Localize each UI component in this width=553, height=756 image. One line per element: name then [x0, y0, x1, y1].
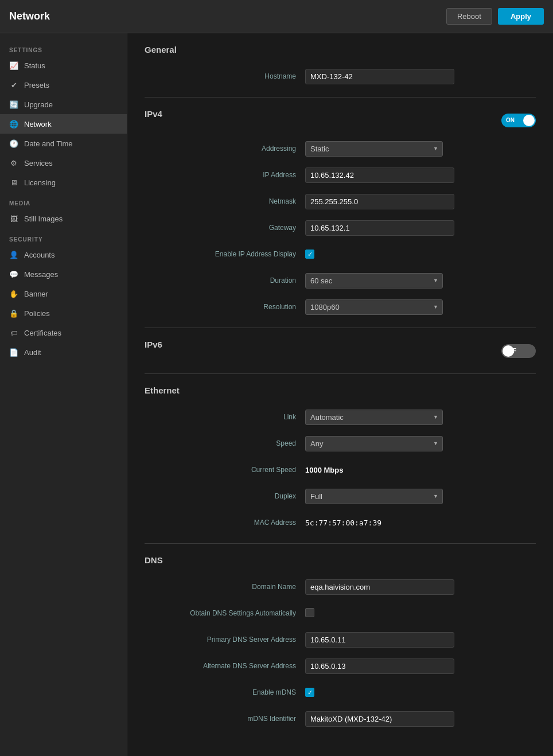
divider-ipv4 — [145, 97, 536, 98]
duration-label: Duration — [145, 276, 305, 285]
obtain-auto-checkbox-container — [305, 608, 536, 619]
dns-section-title: DNS — [145, 555, 536, 568]
sidebar-item-still-images[interactable]: 🖼 Still Images — [0, 209, 127, 228]
header: Network Reboot Apply — [0, 0, 553, 33]
obtain-auto-checkbox[interactable] — [305, 608, 314, 617]
gateway-input[interactable] — [305, 220, 454, 236]
sidebar-item-network[interactable]: 🌐 Network — [0, 114, 127, 134]
tag-icon: 🏷 — [9, 328, 18, 337]
sidebar-item-label: Certificates — [24, 329, 61, 337]
hostname-input[interactable] — [305, 69, 454, 84]
link-label: Link — [145, 413, 305, 421]
page-title: Network — [9, 10, 50, 22]
enable-mdns-checkbox-container: ✓ — [305, 688, 536, 697]
speed-select-container: Any 10 100 1000 — [305, 436, 536, 451]
addressing-select-wrapper: Static DHCP — [305, 141, 443, 157]
sidebar-item-label: Upgrade — [24, 100, 53, 109]
sidebar-item-policies[interactable]: 🔒 Policies — [0, 303, 127, 323]
enable-mdns-label: Enable mDNS — [145, 688, 305, 696]
settings-section-label: SETTINGS — [0, 39, 127, 56]
ipv4-toggle[interactable]: ON — [501, 114, 536, 127]
upgrade-icon: 🔄 — [9, 100, 18, 109]
addressing-select[interactable]: Static DHCP — [305, 141, 443, 157]
primary-dns-input[interactable] — [305, 632, 454, 648]
link-select[interactable]: Automatic Manual — [305, 410, 443, 425]
domain-name-row: Domain Name — [145, 578, 536, 596]
speed-select[interactable]: Any 10 100 1000 — [305, 436, 443, 451]
sidebar: SETTINGS 📈 Status ✔ Presets 🔄 Upgrade 🌐 … — [0, 33, 127, 756]
link-row: Link Automatic Manual — [145, 408, 536, 426]
speed-label: Speed — [145, 439, 305, 447]
alternate-dns-container — [305, 658, 536, 674]
sidebar-item-label: Accounts — [24, 251, 54, 259]
sidebar-item-label: Services — [24, 159, 53, 167]
mac-text: 5c:77:57:00:a7:39 — [305, 519, 381, 527]
image-icon: 🖼 — [9, 214, 18, 223]
ip-address-row: IP Address — [145, 166, 536, 184]
ethernet-section-title: Ethernet — [145, 385, 536, 399]
netmask-value-container — [305, 194, 536, 209]
ipv6-section-header: IPv6 OFF — [145, 340, 536, 362]
enable-ip-display-checkbox[interactable]: ✓ — [305, 250, 314, 259]
sidebar-item-label: Banner — [24, 290, 48, 298]
sidebar-item-certificates[interactable]: 🏷 Certificates — [0, 323, 127, 342]
netmask-input[interactable] — [305, 194, 454, 209]
sidebar-item-status[interactable]: 📈 Status — [0, 56, 127, 75]
netmask-label: Netmask — [145, 197, 305, 205]
message-icon: 💬 — [9, 270, 18, 279]
enable-mdns-row: Enable mDNS ✓ — [145, 683, 536, 702]
alternate-dns-input[interactable] — [305, 658, 454, 674]
current-speed-label: Current Speed — [145, 466, 305, 474]
duration-select[interactable]: 30 sec 60 sec 120 sec — [305, 273, 443, 289]
sidebar-item-messages[interactable]: 💬 Messages — [0, 264, 127, 284]
speed-row: Speed Any 10 100 1000 — [145, 434, 536, 453]
current-speed-row: Current Speed 1000 Mbps — [145, 461, 536, 479]
sidebar-item-label: Still Images — [24, 215, 63, 223]
ip-input[interactable] — [305, 167, 454, 183]
domain-name-label: Domain Name — [145, 583, 305, 591]
duplex-select[interactable]: Full Half — [305, 489, 443, 504]
obtain-auto-row: Obtain DNS Settings Automatically — [145, 604, 536, 622]
sidebar-item-services[interactable]: ⚙ Services — [0, 153, 127, 173]
security-section-label: SECURITY — [0, 228, 127, 245]
mdns-id-row: mDNS Identifier — [145, 710, 536, 728]
mdns-id-input[interactable] — [305, 711, 454, 727]
duration-select-wrapper: 30 sec 60 sec 120 sec — [305, 273, 443, 289]
enable-ip-display-checkbox-container: ✓ — [305, 250, 536, 259]
primary-dns-label: Primary DNS Server Address — [145, 636, 305, 644]
sidebar-item-presets[interactable]: ✔ Presets — [0, 75, 127, 95]
sidebar-item-licensing[interactable]: 🖥 Licensing — [0, 173, 127, 192]
enable-mdns-checkbox[interactable]: ✓ — [305, 688, 314, 697]
lock-icon: 🔒 — [9, 309, 18, 318]
apply-button[interactable]: Apply — [498, 8, 544, 25]
resolution-row: Resolution 720p60 1080p60 1080i60 — [145, 298, 536, 316]
alternate-dns-label: Alternate DNS Server Address — [145, 662, 305, 670]
mac-value: 5c:77:57:00:a7:39 — [305, 519, 536, 527]
sidebar-item-accounts[interactable]: 👤 Accounts — [0, 245, 127, 264]
gateway-value-container — [305, 220, 536, 236]
ip-value-container — [305, 167, 536, 183]
monitor-icon: 🖥 — [9, 178, 18, 187]
domain-name-input[interactable] — [305, 579, 454, 595]
divider-dns — [145, 543, 536, 544]
mac-label: MAC Address — [145, 519, 305, 527]
sidebar-item-banner[interactable]: ✋ Banner — [0, 284, 127, 303]
divider-ipv6 — [145, 328, 536, 328]
resolution-select-container: 720p60 1080p60 1080i60 — [305, 299, 536, 315]
sidebar-item-audit[interactable]: 📄 Audit — [0, 342, 127, 362]
reboot-button[interactable]: Reboot — [446, 8, 492, 25]
current-speed-text: 1000 Mbps — [305, 466, 343, 474]
hostname-label: Hostname — [145, 72, 305, 80]
netmask-row: Netmask — [145, 192, 536, 211]
media-section-label: MEDIA — [0, 192, 127, 209]
divider-ethernet — [145, 373, 536, 374]
ip-label: IP Address — [145, 171, 305, 179]
sidebar-item-label: Audit — [24, 348, 41, 357]
sidebar-item-upgrade[interactable]: 🔄 Upgrade — [0, 95, 127, 114]
sidebar-item-datetime[interactable]: 🕐 Date and Time — [0, 134, 127, 153]
addressing-row: Addressing Static DHCP — [145, 139, 536, 158]
resolution-select[interactable]: 720p60 1080p60 1080i60 — [305, 299, 443, 315]
link-select-wrapper: Automatic Manual — [305, 410, 443, 425]
sidebar-item-label: Licensing — [24, 178, 56, 187]
ipv6-toggle[interactable]: OFF — [501, 344, 536, 358]
